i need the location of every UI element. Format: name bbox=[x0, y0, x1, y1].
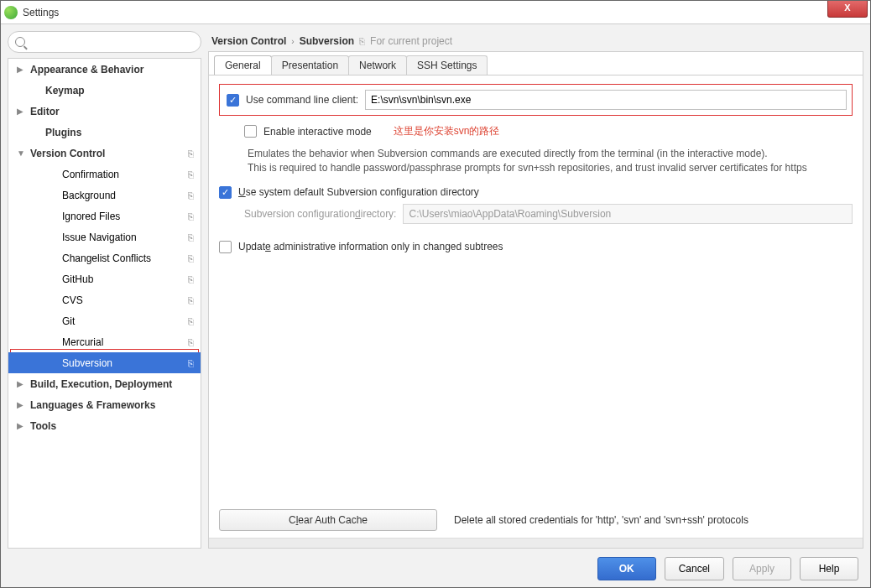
use-cli-label: Use command line client: bbox=[246, 94, 358, 106]
sidebar-item-languages-frameworks[interactable]: ▶Languages & Frameworks bbox=[8, 394, 201, 415]
interactive-mode-checkbox[interactable] bbox=[244, 125, 257, 138]
window-title: Settings bbox=[23, 7, 59, 18]
titlebar: Settings X bbox=[1, 1, 870, 24]
use-system-dir-checkbox[interactable]: ✓ bbox=[219, 186, 232, 199]
tree-item-label: Ignored Files bbox=[62, 211, 201, 222]
body: ▶Appearance & BehaviorKeymap▶EditorPlugi… bbox=[1, 24, 870, 587]
tree-item-label: Git bbox=[62, 315, 201, 327]
sidebar-item-version-control[interactable]: ▼Version Control⎘ bbox=[8, 143, 201, 164]
tree-arrow-icon: ▶ bbox=[17, 421, 25, 430]
cli-path-input[interactable] bbox=[365, 90, 847, 110]
chevron-right-icon: › bbox=[291, 37, 294, 46]
tree-item-label: CVS bbox=[62, 294, 201, 306]
tree-item-label: Languages & Frameworks bbox=[30, 399, 201, 411]
clear-auth-desc: Delete all stored credentials for 'http'… bbox=[454, 514, 748, 526]
tab-presentation[interactable]: Presentation bbox=[271, 55, 349, 75]
config-dir-input bbox=[403, 204, 853, 224]
tree-arrow-icon: ▶ bbox=[17, 400, 25, 409]
search-box[interactable] bbox=[8, 31, 201, 53]
update-admin-checkbox[interactable] bbox=[219, 241, 232, 253]
tree-item-label: Plugins bbox=[45, 127, 201, 138]
sidebar-item-confirmation[interactable]: Confirmation⎘ bbox=[8, 164, 201, 185]
cancel-button[interactable]: Cancel bbox=[665, 557, 724, 580]
project-scope-icon: ⎘ bbox=[188, 169, 194, 180]
tab-general[interactable]: General bbox=[214, 55, 272, 75]
clear-auth-cache-button[interactable]: Clear Auth Cache bbox=[219, 509, 437, 531]
tree-item-label: Appearance & Behavior bbox=[30, 64, 201, 75]
tree-arrow-icon: ▶ bbox=[17, 379, 25, 388]
sidebar-item-github[interactable]: GitHub⎘ bbox=[8, 268, 201, 289]
sidebar-item-plugins[interactable]: Plugins bbox=[8, 122, 201, 143]
update-admin-label: Update administrative information only i… bbox=[238, 241, 503, 252]
config-dir-row: Subversion configuration directory: bbox=[219, 204, 853, 224]
tree-item-label: Editor bbox=[30, 106, 201, 117]
apply-button[interactable]: Apply bbox=[733, 557, 791, 580]
interactive-mode-desc: Emulates the behavior when Subversion co… bbox=[248, 147, 853, 176]
project-scope-icon: ⎘ bbox=[188, 232, 194, 242]
sidebar-item-git[interactable]: Git⎘ bbox=[8, 310, 201, 331]
help-button[interactable]: Help bbox=[800, 557, 858, 580]
tree-item-label: GitHub bbox=[62, 273, 201, 285]
annotation-box: ✓ Use command line client: bbox=[219, 84, 853, 116]
tree-arrow-icon: ▶ bbox=[17, 65, 25, 74]
sidebar-item-build-execution-deployment[interactable]: ▶Build, Execution, Deployment bbox=[8, 373, 201, 394]
sidebar: ▶Appearance & BehaviorKeymap▶EditorPlugi… bbox=[8, 31, 201, 549]
sidebar-item-subversion[interactable]: Subversion⎘ bbox=[8, 352, 201, 373]
sidebar-item-cvs[interactable]: CVS⎘ bbox=[8, 289, 201, 310]
tab-general: ✓ Use command line client: Enable intera… bbox=[209, 75, 863, 538]
project-scope-icon: ⎘ bbox=[188, 274, 194, 284]
project-scope-icon: ⎘ bbox=[188, 190, 194, 200]
close-button[interactable]: X bbox=[827, 1, 868, 18]
tree-item-label: Background bbox=[62, 190, 201, 201]
sidebar-item-issue-navigation[interactable]: Issue Navigation⎘ bbox=[8, 226, 201, 247]
tree-item-label: Changelist Conflicts bbox=[62, 252, 201, 264]
content-pane: Version Control › Subversion ⎘ For curre… bbox=[208, 31, 863, 549]
use-system-dir-label: Use system default Subversion configurat… bbox=[238, 186, 479, 198]
use-cli-checkbox[interactable]: ✓ bbox=[227, 94, 239, 107]
horizontal-scrollbar[interactable] bbox=[209, 538, 863, 548]
ok-button[interactable]: OK bbox=[597, 557, 656, 580]
breadcrumb: Version Control › Subversion ⎘ For curre… bbox=[208, 31, 863, 51]
project-scope-icon: ⎘ bbox=[188, 358, 194, 368]
search-input[interactable] bbox=[30, 35, 194, 49]
project-scope-icon: ⎘ bbox=[188, 211, 194, 221]
tree-item-label: Subversion bbox=[62, 357, 201, 369]
interactive-mode-label: Enable interactive mode bbox=[263, 126, 372, 138]
tree-item-label: Issue Navigation bbox=[62, 232, 201, 243]
use-system-dir-row: ✓ Use system default Subversion configur… bbox=[219, 186, 853, 199]
sidebar-item-background[interactable]: Background⎘ bbox=[8, 185, 201, 206]
settings-panel: GeneralPresentationNetworkSSH Settings ✓… bbox=[208, 51, 863, 549]
tree-item-label: Keymap bbox=[45, 85, 201, 96]
sidebar-item-ignored-files[interactable]: Ignored Files⎘ bbox=[8, 206, 201, 226]
breadcrumb-b: Subversion bbox=[300, 35, 354, 47]
project-scope-icon: ⎘ bbox=[359, 36, 365, 46]
sidebar-item-mercurial[interactable]: Mercurial⎘ bbox=[8, 331, 201, 352]
sidebar-item-editor[interactable]: ▶Editor bbox=[8, 101, 201, 122]
project-scope-icon: ⎘ bbox=[188, 148, 194, 159]
tab-network[interactable]: Network bbox=[348, 55, 407, 75]
settings-window: Settings X ▶Appearance & BehaviorKeymap▶… bbox=[0, 0, 871, 588]
tab-ssh-settings[interactable]: SSH Settings bbox=[406, 55, 488, 75]
tree-arrow-icon: ▶ bbox=[17, 107, 25, 116]
button-bar: OK Cancel Apply Help bbox=[8, 557, 863, 580]
breadcrumb-hint: For current project bbox=[370, 35, 452, 47]
settings-tree[interactable]: ▶Appearance & BehaviorKeymap▶EditorPlugi… bbox=[8, 58, 201, 549]
update-admin-row: Update administrative information only i… bbox=[219, 241, 853, 253]
tree-item-label: Build, Execution, Deployment bbox=[30, 378, 201, 390]
tree-item-label: Version Control bbox=[30, 148, 201, 159]
tree-item-label: Tools bbox=[30, 420, 201, 432]
project-scope-icon: ⎘ bbox=[188, 253, 194, 263]
tree-item-label: Confirmation bbox=[62, 169, 201, 180]
search-icon bbox=[15, 37, 25, 47]
sidebar-item-changelist-conflicts[interactable]: Changelist Conflicts⎘ bbox=[8, 247, 201, 268]
main-row: ▶Appearance & BehaviorKeymap▶EditorPlugi… bbox=[8, 31, 863, 549]
tab-bar: GeneralPresentationNetworkSSH Settings bbox=[209, 54, 863, 75]
sidebar-item-keymap[interactable]: Keymap bbox=[8, 80, 201, 101]
sidebar-item-appearance-behavior[interactable]: ▶Appearance & Behavior bbox=[8, 59, 201, 80]
tree-arrow-icon: ▼ bbox=[17, 148, 25, 158]
project-scope-icon: ⎘ bbox=[188, 337, 194, 347]
tree-item-label: Mercurial bbox=[62, 336, 201, 348]
breadcrumb-a[interactable]: Version Control bbox=[211, 35, 286, 47]
config-dir-label: Subversion configuration directory: bbox=[244, 208, 396, 220]
sidebar-item-tools[interactable]: ▶Tools bbox=[8, 415, 201, 436]
